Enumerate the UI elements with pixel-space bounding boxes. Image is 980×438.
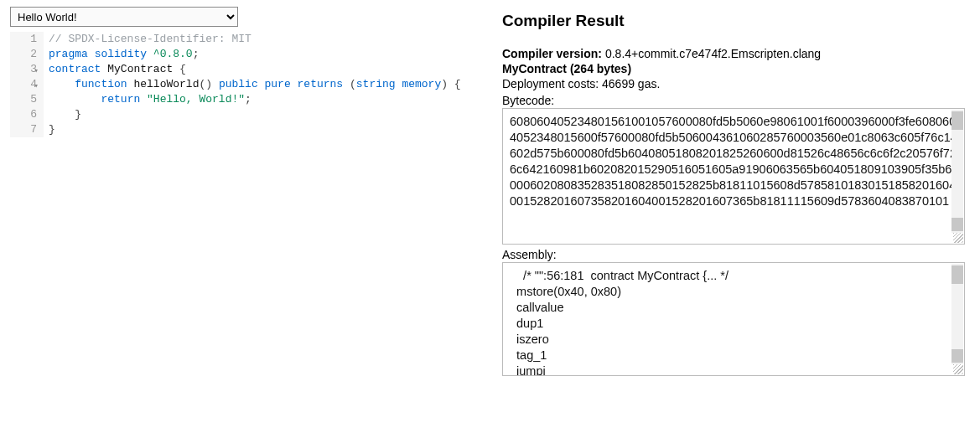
code-line[interactable]: return "Hello, World!";	[49, 92, 484, 107]
bytecode-wrap: 608060405234801561001057600080fd5b5060e9…	[502, 108, 965, 245]
scrollbar-thumb[interactable]	[951, 111, 963, 130]
code-line[interactable]: contract MyContract {	[49, 62, 484, 77]
editor-gutter: 123▾4▾567	[10, 32, 44, 137]
editor-code[interactable]: // SPDX-License-Identifier: MITpragma so…	[44, 32, 484, 137]
contract-line: MyContract (264 bytes)	[502, 62, 965, 75]
app-root: Hello World! 123▾4▾567 // SPDX-License-I…	[0, 0, 980, 438]
deployment-cost: Deployment costs: 46699 gas.	[502, 77, 965, 90]
compiler-version-label: Compiler version:	[502, 47, 602, 60]
assembly-output[interactable]: /* "":56:181 contract MyContract {... */…	[502, 262, 965, 376]
left-pane: Hello World! 123▾4▾567 // SPDX-License-I…	[0, 0, 494, 438]
bytecode-output[interactable]: 608060405234801561001057600080fd5b5060e9…	[502, 108, 965, 245]
line-number: 7	[10, 122, 37, 137]
code-line[interactable]: function helloWorld() public pure return…	[49, 77, 484, 92]
code-editor[interactable]: 123▾4▾567 // SPDX-License-Identifier: MI…	[10, 32, 484, 137]
resize-grip-icon[interactable]	[953, 233, 963, 243]
right-pane: Compiler Result Compiler version: 0.8.4+…	[494, 0, 980, 438]
line-number: 6	[10, 107, 37, 122]
code-line[interactable]: pragma solidity ^0.8.0;	[49, 47, 484, 62]
compiler-version-line: Compiler version: 0.8.4+commit.c7e474f2.…	[502, 47, 965, 60]
scrollbar-thumb[interactable]	[951, 265, 963, 284]
result-heading: Compiler Result	[502, 12, 965, 30]
line-number: 2	[10, 47, 37, 62]
code-line[interactable]: }	[49, 107, 484, 122]
code-line[interactable]: }	[49, 122, 484, 137]
contract-name-size: MyContract (264 bytes)	[502, 62, 631, 75]
scrollbar-down[interactable]	[951, 218, 963, 231]
line-number: 3▾	[10, 62, 37, 77]
bytecode-label: Bytecode:	[502, 94, 965, 107]
assembly-wrap: /* "":56:181 contract MyContract {... */…	[502, 262, 965, 376]
assembly-label: Assembly:	[502, 248, 965, 261]
scrollbar-down[interactable]	[951, 349, 963, 363]
compiler-version-value: 0.8.4+commit.c7e474f2.Emscripten.clang	[605, 47, 821, 60]
line-number: 1	[10, 32, 37, 47]
line-number: 4▾	[10, 77, 37, 92]
example-select[interactable]: Hello World!	[10, 7, 238, 27]
line-number: 5	[10, 92, 37, 107]
resize-grip-icon[interactable]	[953, 364, 963, 374]
code-line[interactable]: // SPDX-License-Identifier: MIT	[49, 32, 484, 47]
